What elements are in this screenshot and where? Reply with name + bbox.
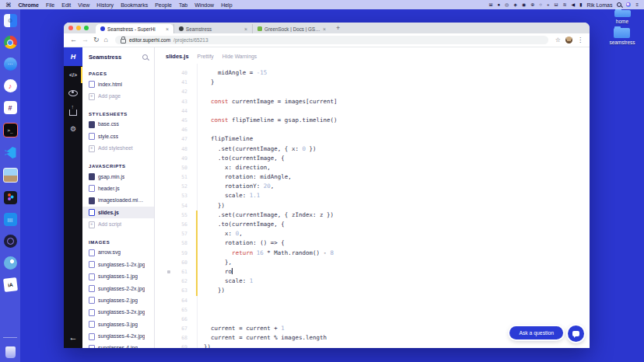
add-file-button[interactable]: Add stylesheet — [82, 143, 154, 155]
line-number: 55 — [155, 211, 197, 220]
menu-item-edit[interactable]: Edit — [61, 2, 71, 8]
file-item[interactable]: slides.js — [82, 207, 154, 218]
file-item[interactable]: imagesloaded.mi… — [82, 195, 154, 207]
file-item[interactable]: sunglasses-4-2x.jpg — [82, 330, 154, 342]
apple-menu-icon[interactable]: ⌘ — [5, 2, 12, 9]
line-number: 66 — [155, 315, 197, 324]
new-tab-button[interactable]: + — [336, 24, 340, 32]
dock-finder-icon[interactable]: ☺ — [4, 14, 17, 27]
code-area[interactable]: midAngle = -15 } const currentImage = im… — [198, 64, 590, 348]
sync-icon[interactable]: ⊕ — [530, 2, 534, 7]
desktop-folder-home[interactable]: home — [614, 10, 631, 24]
notification-center-icon[interactable]: ≡ — [635, 2, 639, 7]
dock-tweetbot-icon[interactable] — [4, 256, 17, 270]
menu-item-tab[interactable]: Tab — [179, 2, 187, 8]
menu-item-file[interactable]: File — [46, 2, 54, 8]
file-item[interactable]: base.css — [82, 119, 154, 131]
bookmark-star-icon[interactable]: ☆ — [555, 37, 561, 44]
dock-music-icon[interactable]: ♪ — [4, 79, 17, 92]
minimize-window-button[interactable] — [76, 26, 81, 30]
dock-messages-icon[interactable]: ⋯ — [4, 57, 17, 71]
search-icon[interactable] — [142, 54, 148, 60]
desktop-folder-seamstress[interactable]: seamstress — [609, 28, 635, 45]
wifi-icon[interactable]: ≋ — [562, 2, 566, 7]
dock-intercom-icon[interactable]: |||| — [4, 213, 17, 226]
hide-warnings-button[interactable]: Hide Warnings — [222, 54, 257, 59]
browser-tab[interactable]: GreenSock | Docs | GSAP | g…× — [252, 24, 331, 33]
menu-item-chrome[interactable]: Chrome — [19, 2, 39, 8]
forward-button[interactable]: → — [82, 37, 89, 44]
file-item[interactable]: sunglasses-2.jpg — [82, 294, 154, 306]
browser-menu-icon[interactable]: ⋮ — [577, 37, 583, 44]
dock-figma-icon[interactable] — [4, 191, 17, 204]
siri-icon[interactable] — [626, 2, 631, 7]
url-path: /projects/65213 — [173, 37, 208, 43]
browser-tab[interactable]: Seamstress - SuperHi× — [96, 24, 173, 33]
code-line — [204, 87, 590, 96]
dock-preview-icon[interactable] — [3, 168, 18, 183]
prettify-button[interactable]: Prettify — [198, 54, 214, 59]
chat-bubble-icon — [572, 331, 579, 336]
onepassword-icon[interactable]: ◈ — [513, 2, 517, 7]
menubar-username[interactable]: Rik Lomas — [586, 2, 612, 8]
close-window-button[interactable] — [68, 26, 73, 30]
file-item[interactable]: sunglasses-3-2x.jpg — [82, 307, 154, 318]
dock-terminal-icon[interactable]: >_ — [3, 123, 18, 137]
tab-close-icon[interactable]: × — [166, 26, 169, 32]
dock-ia-writer-icon[interactable]: iA — [3, 277, 18, 292]
file-item[interactable]: sunglasses-4.jpg — [82, 343, 154, 348]
file-item[interactable]: sunglasses-1.jpg — [82, 271, 154, 283]
settings-gear-icon[interactable]: ⚙ — [64, 120, 82, 137]
reload-button[interactable]: ↻ — [93, 37, 100, 44]
superhi-logo[interactable]: H — [64, 47, 82, 66]
add-file-button[interactable]: Add page — [82, 90, 154, 102]
eye-icon[interactable] — [64, 84, 82, 102]
dock-chrome-icon[interactable] — [4, 36, 17, 49]
share-icon[interactable] — [64, 102, 82, 120]
address-bar[interactable]: editor.superhi.com/projects/65213 — [115, 36, 548, 44]
menu-item-window[interactable]: Window — [194, 2, 214, 8]
dock-trash-icon[interactable] — [5, 346, 16, 358]
menu-item-view[interactable]: View — [78, 2, 89, 8]
add-file-button[interactable]: Add script — [82, 218, 154, 230]
plus-icon[interactable]: + — [547, 2, 550, 7]
spotlight-search-icon[interactable] — [617, 2, 621, 7]
volume-icon[interactable]: ◀ — [571, 2, 575, 7]
profile-avatar[interactable] — [565, 37, 572, 44]
file-item[interactable]: sunglasses-1-2x.jpg — [82, 259, 154, 270]
tab-close-icon[interactable]: × — [323, 26, 326, 32]
file-item[interactable]: sunglasses-2-2x.jpg — [82, 283, 154, 294]
code-icon[interactable]: </> — [64, 66, 82, 84]
display-icon[interactable]: ⊟ — [554, 2, 558, 7]
timer-icon[interactable]: ◎ — [505, 2, 509, 7]
tab-close-icon[interactable]: × — [244, 26, 247, 32]
record-icon[interactable]: ● — [497, 2, 500, 7]
file-item[interactable]: gsap.min.js — [82, 171, 154, 183]
intercom-chat-button[interactable] — [568, 325, 584, 342]
istat-icon[interactable]: ◉ — [522, 2, 526, 7]
dock-screenflow-icon[interactable] — [4, 235, 17, 248]
file-icon — [89, 345, 95, 348]
back-arrow-button[interactable]: ← — [69, 332, 78, 342]
menu-item-people[interactable]: People — [155, 2, 172, 8]
file-item[interactable]: index.html — [82, 78, 154, 90]
home-button[interactable]: ⌂ — [104, 37, 108, 44]
battery-icon[interactable]: ▮ — [579, 2, 582, 7]
menu-item-bookmarks[interactable]: Bookmarks — [121, 2, 148, 8]
circle-icon[interactable]: ○ — [539, 2, 542, 7]
zoom-window-button[interactable] — [84, 26, 89, 30]
file-item[interactable]: arrow.svg — [82, 247, 154, 259]
file-item[interactable]: sunglasses-3.jpg — [82, 318, 154, 330]
window-icon[interactable]: ⊞ — [488, 2, 492, 7]
dock-slack-icon[interactable]: # — [4, 101, 17, 114]
open-file-tab[interactable]: slides.js — [166, 53, 189, 60]
menu-item-help[interactable]: Help — [221, 2, 232, 8]
file-label: slides.js — [98, 210, 119, 216]
browser-tab[interactable]: Seamstress× — [173, 24, 252, 33]
back-button[interactable]: ← — [70, 37, 77, 44]
file-item[interactable]: style.css — [82, 131, 154, 142]
dock-vscode-icon[interactable] — [4, 146, 17, 159]
menu-item-history[interactable]: History — [96, 2, 114, 8]
ask-question-button[interactable]: Ask a question — [509, 326, 563, 339]
file-item[interactable]: header.js — [82, 183, 154, 194]
